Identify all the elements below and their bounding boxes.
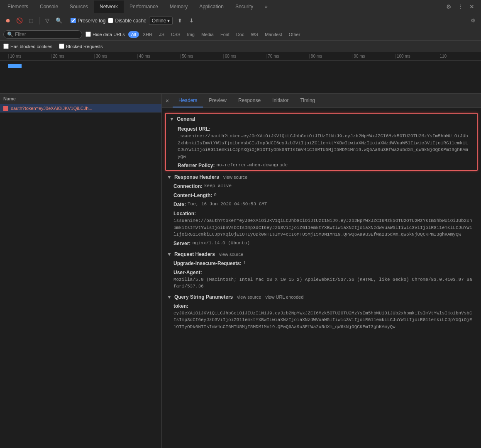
hide-data-urls-input[interactable] xyxy=(85,32,91,37)
timeline-request-bar xyxy=(8,64,22,68)
filter-type-css[interactable]: CSS xyxy=(168,31,183,38)
connection-value: keep-alive xyxy=(204,183,232,190)
preserve-log-input[interactable] xyxy=(71,18,76,23)
request-name: oauth?token=eyJ0eXAiOiJKV1QiLCJh... xyxy=(11,106,93,111)
has-blocked-cookies-input[interactable] xyxy=(3,44,9,49)
left-panel: Name oauth?token=eyJ0eXAiOiJKV1QiLCJh... xyxy=(0,94,162,448)
tab-application[interactable]: Application xyxy=(193,0,230,13)
content-length-key: Content-Length: xyxy=(173,192,212,199)
query-params-toggle[interactable]: ▼ Query String Parameters xyxy=(167,294,233,300)
location-row: Location: issuenine://oauth?token=eyJ0eX… xyxy=(162,209,481,239)
filter-type-all[interactable]: All xyxy=(128,31,139,38)
tick-60ms: 60 ms xyxy=(223,54,266,58)
tab-elements[interactable]: Elements xyxy=(2,0,34,13)
filter-type-manifest[interactable]: Manifest xyxy=(262,31,285,38)
query-params-view-source[interactable]: view source xyxy=(237,295,261,299)
disable-cache-input[interactable] xyxy=(108,18,113,23)
detail-tab-timing[interactable]: Timing xyxy=(294,94,321,107)
query-params-view-url-encoded[interactable]: view URL encoded xyxy=(265,295,303,299)
tick-10ms: 10 ms xyxy=(8,54,51,58)
token-key: token: xyxy=(173,302,188,310)
tick-90ms: 90 ms xyxy=(352,54,395,58)
devtools-close-icon[interactable]: ✕ xyxy=(468,2,476,11)
blocked-requests-checkbox[interactable]: Blocked Requests xyxy=(59,44,103,49)
location-key: Location: xyxy=(173,210,196,217)
referrer-policy-row: Referrer Policy: no-referrer-when-downgr… xyxy=(166,161,477,170)
network-settings-icon[interactable]: ⚙ xyxy=(469,16,478,25)
filter-bar: 🔍 Hide data URLs All XHR JS CSS Img Medi… xyxy=(0,28,481,41)
referrer-policy-key: Referrer Policy: xyxy=(178,162,215,169)
filter-type-other[interactable]: Other xyxy=(286,31,303,38)
user-agent-value: Mozilla/5.0 (Macintosh; Intel Mac OS X 1… xyxy=(173,276,473,290)
referrer-policy-value: no-referrer-when-downgrade xyxy=(216,162,288,169)
server-row: Server: nginx/1.14.0 (Ubuntu) xyxy=(162,239,481,248)
tick-110ms: 110 xyxy=(438,54,481,58)
filter-search-icon: 🔍 xyxy=(7,32,13,37)
response-headers-view-source[interactable]: view source xyxy=(223,175,247,180)
tick-80ms: 80 ms xyxy=(309,54,352,58)
server-value: nginx/1.14.0 (Ubuntu) xyxy=(192,240,250,247)
date-value: Tue, 16 Jun 2020 04:50:53 GMT xyxy=(188,201,267,208)
tick-70ms: 70 ms xyxy=(266,54,309,58)
query-params-header: ▼ Query String Parameters view source vi… xyxy=(162,292,481,302)
token-value: eyJ0eXAiOiJKV1QiLCJhbGciOiJIUzI1NiJ9.eyJ… xyxy=(173,310,473,331)
stop-button[interactable]: 🚫 xyxy=(15,16,24,25)
content-length-value: 0 xyxy=(214,192,217,199)
chevron-down-icon: ▾ xyxy=(167,18,170,24)
tab-more[interactable]: » xyxy=(259,0,273,13)
disable-cache-checkbox[interactable]: Disable cache xyxy=(108,18,146,24)
upload-icon[interactable]: ⬆ xyxy=(175,16,184,25)
tick-50ms: 50 ms xyxy=(180,54,223,58)
user-agent-key: User-Agent: xyxy=(173,269,202,276)
record-button[interactable]: ⏺ xyxy=(3,16,12,25)
request-headers-arrow-icon: ▼ xyxy=(167,251,172,257)
general-section-header[interactable]: ▼ General xyxy=(166,114,477,124)
devtools-settings-icon[interactable]: ⚙ xyxy=(444,2,453,11)
hide-data-urls-checkbox[interactable]: Hide data URLs xyxy=(85,32,125,37)
tab-console[interactable]: Console xyxy=(34,0,64,13)
search-button[interactable]: 🔍 xyxy=(54,16,63,25)
filter-button[interactable]: ▽ xyxy=(43,16,52,25)
filter-type-font[interactable]: Font xyxy=(217,31,232,38)
filter-type-ws[interactable]: WS xyxy=(248,31,261,38)
filter-type-img[interactable]: Img xyxy=(184,31,198,38)
checkbox-row: Has blocked cookies Blocked Requests xyxy=(0,41,481,52)
tick-30ms: 30 ms xyxy=(94,54,137,58)
request-headers-toggle[interactable]: ▼ Request Headers xyxy=(167,251,215,257)
general-arrow-icon: ▼ xyxy=(169,116,174,122)
throttle-dropdown[interactable]: Online ▾ xyxy=(149,17,173,25)
response-headers-toggle[interactable]: ▼ Response Headers xyxy=(167,174,219,180)
tab-bar-icons: ⚙ ⋮ ✕ xyxy=(444,2,479,11)
detail-close-button[interactable]: × xyxy=(164,97,171,105)
filter-type-media[interactable]: Media xyxy=(198,31,217,38)
tick-100ms: 100 ms xyxy=(395,54,438,58)
query-params-arrow-icon: ▼ xyxy=(167,294,172,300)
request-url-key: Request URL: xyxy=(178,125,210,133)
tab-network[interactable]: Network xyxy=(94,0,124,13)
tab-sources[interactable]: Sources xyxy=(64,0,94,13)
detail-tab-headers[interactable]: Headers xyxy=(173,94,203,107)
request-headers-view-source[interactable]: view source xyxy=(219,252,243,257)
request-item[interactable]: oauth?token=eyJ0eXAiOiJKV1QiLCJh... xyxy=(0,104,161,113)
toolbar-separator-2 xyxy=(67,17,67,24)
detail-tab-preview[interactable]: Preview xyxy=(203,94,232,107)
tab-performance[interactable]: Performance xyxy=(124,0,164,13)
filter-input[interactable] xyxy=(15,32,77,37)
clear-button[interactable]: ⬚ xyxy=(27,16,36,25)
tab-security[interactable]: Security xyxy=(230,0,259,13)
filter-type-js[interactable]: JS xyxy=(156,31,167,38)
general-section: ▼ General Request URL: issuenine://oauth… xyxy=(165,113,478,171)
request-headers-header: ▼ Request Headers view source xyxy=(162,250,481,259)
filter-type-doc[interactable]: Doc xyxy=(233,31,247,38)
tab-memory[interactable]: Memory xyxy=(164,0,193,13)
detail-tab-initiator[interactable]: Initiator xyxy=(266,94,294,107)
filter-type-xhr[interactable]: XHR xyxy=(140,31,155,38)
blocked-requests-input[interactable] xyxy=(59,44,64,49)
detail-tab-response[interactable]: Response xyxy=(232,94,266,107)
has-blocked-cookies-checkbox[interactable]: Has blocked cookies xyxy=(3,44,52,49)
token-row: token: eyJ0eXAiOiJKV1QiLCJhbGciOiJIUzI1N… xyxy=(162,302,481,331)
preserve-log-checkbox[interactable]: Preserve log xyxy=(71,18,105,24)
devtools-more-icon[interactable]: ⋮ xyxy=(456,2,464,11)
response-headers-section: ▼ Response Headers view source Connectio… xyxy=(162,173,481,248)
download-icon[interactable]: ⬇ xyxy=(187,16,196,25)
